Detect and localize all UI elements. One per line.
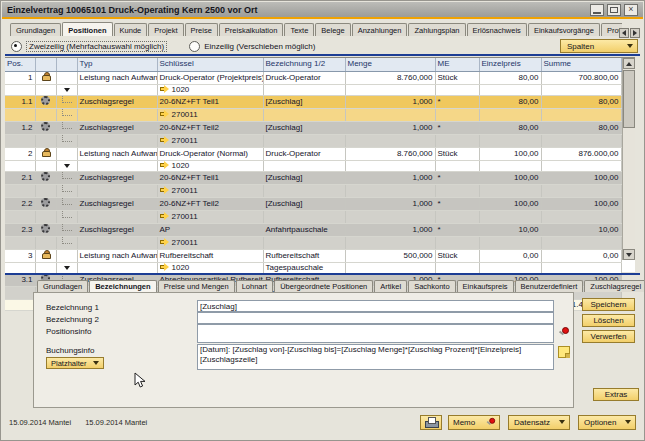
save-button[interactable]: Speichern (582, 298, 635, 311)
cell-schluessel[interactable]: 270011 (157, 184, 263, 197)
collapse-arrow-icon[interactable] (64, 88, 70, 92)
collapse-arrow-icon[interactable] (64, 266, 70, 270)
cell-typ[interactable]: Zuschlagsregel (77, 95, 157, 108)
cell-typ[interactable] (77, 134, 157, 147)
cell-menge[interactable] (345, 84, 435, 95)
cell-pos[interactable]: 1 (5, 71, 35, 84)
cell-bezeichnung[interactable] (263, 108, 345, 121)
cell-pos[interactable] (5, 262, 35, 273)
memo-button[interactable]: Memo (448, 415, 500, 430)
cell-einzelpreis[interactable] (479, 210, 541, 223)
cell-summe[interactable] (541, 134, 621, 147)
cell-einzelpreis[interactable] (479, 108, 541, 121)
cell-pos[interactable] (5, 84, 35, 95)
cell-summe[interactable]: 100,00 (541, 171, 621, 184)
close-icon[interactable] (624, 4, 638, 16)
cell-schluessel[interactable]: Rufbereitschaft (157, 249, 263, 262)
cell-summe[interactable]: 0,00 (541, 249, 621, 262)
cell-summe[interactable] (541, 184, 621, 197)
tab-texte[interactable]: Texte (284, 23, 314, 36)
cell-menge[interactable] (345, 108, 435, 121)
position-subrow[interactable]: 270011 (5, 184, 621, 197)
position-subrow[interactable]: 270011 (5, 236, 621, 249)
cell-menge[interactable]: 8.760,000 (345, 147, 435, 160)
cell-me[interactable]: * (435, 121, 479, 134)
cell-expand[interactable] (56, 147, 77, 160)
cell-menge[interactable] (345, 236, 435, 249)
cell-typ[interactable] (77, 184, 157, 197)
tab-grundlagen[interactable]: Grundlagen (37, 280, 88, 292)
bezeichnung1-input[interactable] (197, 300, 554, 312)
tab-scroll-right-icon[interactable] (630, 28, 640, 38)
cell-me[interactable] (435, 262, 479, 273)
cell-menge[interactable]: 1,000 (345, 121, 435, 134)
cell-icon[interactable] (35, 71, 56, 84)
cell-summe[interactable] (541, 84, 621, 95)
cell-expand[interactable] (56, 249, 77, 262)
link-text[interactable]: 270011 (172, 110, 198, 119)
cell-me[interactable] (435, 84, 479, 95)
cell-schluessel[interactable]: 1020 (157, 84, 263, 95)
position-subrow[interactable]: 1020Tagespauschale (5, 262, 621, 273)
cell-typ[interactable] (77, 262, 157, 273)
cell-menge[interactable] (345, 134, 435, 147)
link-text[interactable]: 270011 (172, 136, 198, 145)
col-schluessel[interactable]: Schlüssel (157, 58, 263, 71)
cell-me[interactable]: * (435, 223, 479, 236)
cell-einzelpreis[interactable]: 0,00 (479, 249, 541, 262)
datensatz-dropdown[interactable]: Datensatz (508, 415, 570, 430)
link-arrow-icon[interactable] (160, 263, 169, 271)
cell-schluessel[interactable]: 20-6NZ+FT Teil2 (157, 121, 263, 134)
cell-typ[interactable]: Zuschlagsregel (77, 223, 157, 236)
cell-einzelpreis[interactable]: 80,00 (479, 71, 541, 84)
cell-einzelpreis[interactable]: 10,00 (479, 223, 541, 236)
tab-kunde[interactable]: Kunde (114, 23, 148, 36)
cell-bezeichnung[interactable] (263, 236, 345, 249)
cell-bezeichnung[interactable]: [Zuschlag] (263, 95, 345, 108)
link-text[interactable]: 1020 (172, 161, 190, 170)
cell-pos[interactable]: 3 (5, 249, 35, 262)
link-arrow-icon[interactable] (160, 186, 169, 194)
cell-menge[interactable] (345, 262, 435, 273)
tab-artikel[interactable]: Artikel (374, 280, 407, 292)
position-row-2.2[interactable]: 2.2Zuschlagsregel20-6NZ+FT Teil2[Zuschla… (5, 197, 621, 210)
cell-expand[interactable] (56, 197, 77, 210)
table-scrollbar[interactable] (622, 58, 635, 260)
link-text[interactable]: 270011 (172, 238, 198, 247)
cell-schluessel[interactable]: 270011 (157, 108, 263, 121)
tab-zahlungsplan[interactable]: Zahlungsplan (408, 23, 465, 36)
col-icon[interactable] (35, 58, 56, 71)
cell-summe[interactable]: 100,00 (541, 197, 621, 210)
scroll-up-icon[interactable] (623, 58, 635, 69)
bezeichnung2-input[interactable] (197, 312, 554, 324)
cell-summe[interactable]: 80,00 (541, 121, 621, 134)
tab-zuschlagsregel[interactable]: Zuschlagsregel (584, 280, 645, 292)
extras-button[interactable]: Extras (593, 388, 639, 401)
pin-icon[interactable] (559, 327, 568, 338)
link-text[interactable]: 1020 (172, 85, 190, 94)
cell-bezeichnung[interactable]: Druck-Operator (263, 71, 345, 84)
cell-einzelpreis[interactable]: 100,00 (479, 147, 541, 160)
cell-schluessel[interactable]: Druck-Operator (Normal) (157, 147, 263, 160)
cell-einzelpreis[interactable]: 100,00 (479, 171, 541, 184)
tab-preiskalkulation[interactable]: Preiskalkulation (219, 23, 284, 36)
cell-einzelpreis[interactable] (479, 134, 541, 147)
cell-schluessel[interactable]: AP (157, 223, 263, 236)
cell-schluessel[interactable]: 1020 (157, 262, 263, 273)
window-titlebar[interactable]: Einzelvertrag 10065101 Druck-Operating K… (2, 2, 643, 17)
cell-typ[interactable] (77, 84, 157, 95)
tab-preise-und-mengen[interactable]: Preise und Mengen (158, 280, 235, 292)
link-text[interactable]: 270011 (172, 212, 198, 221)
cell-bezeichnung[interactable]: Druck-Operator (263, 147, 345, 160)
link-arrow-icon[interactable] (160, 161, 169, 169)
col-me[interactable]: ME (435, 58, 479, 71)
cell-einzelpreis[interactable]: 80,00 (479, 95, 541, 108)
link-arrow-icon[interactable] (160, 212, 169, 220)
tab-bezeichnungen[interactable]: Bezeichnungen (89, 280, 156, 292)
cell-bezeichnung[interactable] (263, 184, 345, 197)
cell-me[interactable] (435, 236, 479, 249)
cell-menge[interactable]: 1,000 (345, 197, 435, 210)
cell-menge[interactable]: 1,000 (345, 95, 435, 108)
tab-einkaufsvorgänge[interactable]: Einkaufsvorgänge (528, 23, 600, 36)
cell-expand[interactable] (56, 262, 77, 273)
